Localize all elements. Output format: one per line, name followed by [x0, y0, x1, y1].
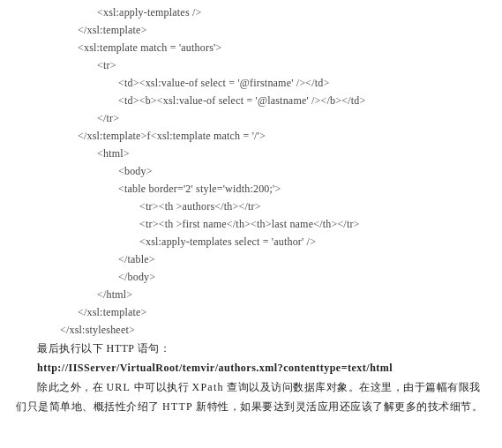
http-url-line: http://IISServer/VirtualRoot/temvir/auth…: [16, 358, 486, 377]
code-line: <body>: [16, 162, 486, 180]
code-line: </tr>: [16, 109, 486, 127]
code-line: <tr>: [16, 56, 486, 74]
code-line: </table>: [16, 250, 486, 268]
code-line: <tr><th >authors</th></tr>: [16, 198, 486, 215]
closing-paragraph: 除此之外，在 URL 中可以执行 XPath 查询以及访问数据库对象。在这里，由…: [16, 377, 486, 416]
code-line: </body>: [16, 268, 486, 286]
code-line: <tr><th >first name</th><th>last name</t…: [16, 215, 486, 233]
code-line: <xsl:apply-templates select = 'author' /…: [16, 233, 486, 250]
code-line: <xsl:template match = 'authors'>: [16, 39, 486, 56]
xslt-code-block: <xsl:apply-templates /> </xsl:template> …: [16, 4, 486, 339]
code-line: </xsl:template>: [16, 303, 486, 321]
lead-sentence: 最后执行以下 HTTP 语句：: [16, 339, 486, 358]
code-line: </xsl:stylesheet>: [16, 321, 486, 339]
code-line: </xsl:template>f<xsl:template match = '/…: [16, 127, 486, 145]
code-line: </html>: [16, 286, 486, 303]
code-line: </xsl:template>: [16, 21, 486, 39]
code-line: <table border='2' style='width:200;'>: [16, 180, 486, 198]
code-line: <xsl:apply-templates />: [16, 4, 486, 21]
code-line: <td><xsl:value-of select = '@firstname' …: [16, 74, 486, 92]
code-line: <td><b><xsl:value-of select = '@lastname…: [16, 92, 486, 109]
code-line: <html>: [16, 145, 486, 162]
